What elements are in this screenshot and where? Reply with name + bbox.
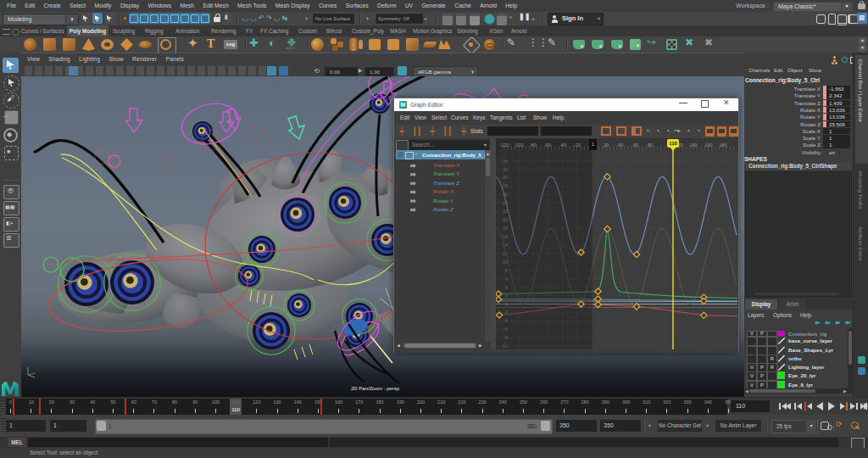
svg-text:-60: -60 xyxy=(544,142,551,148)
svg-text:180: 180 xyxy=(719,142,726,148)
svg-text:-100: -100 xyxy=(514,142,523,148)
svg-text:20: 20 xyxy=(604,142,609,148)
svg-text:80: 80 xyxy=(648,142,653,148)
svg-text:-40: -40 xyxy=(559,142,566,148)
svg-text:40: 40 xyxy=(618,142,623,148)
svg-text:-20: -20 xyxy=(574,142,581,148)
svg-text:160: 160 xyxy=(704,142,712,148)
svg-text:140: 140 xyxy=(689,142,697,148)
svg-text:-80: -80 xyxy=(530,142,537,148)
svg-text:-120: -120 xyxy=(499,142,509,148)
svg-text:60: 60 xyxy=(633,142,638,148)
